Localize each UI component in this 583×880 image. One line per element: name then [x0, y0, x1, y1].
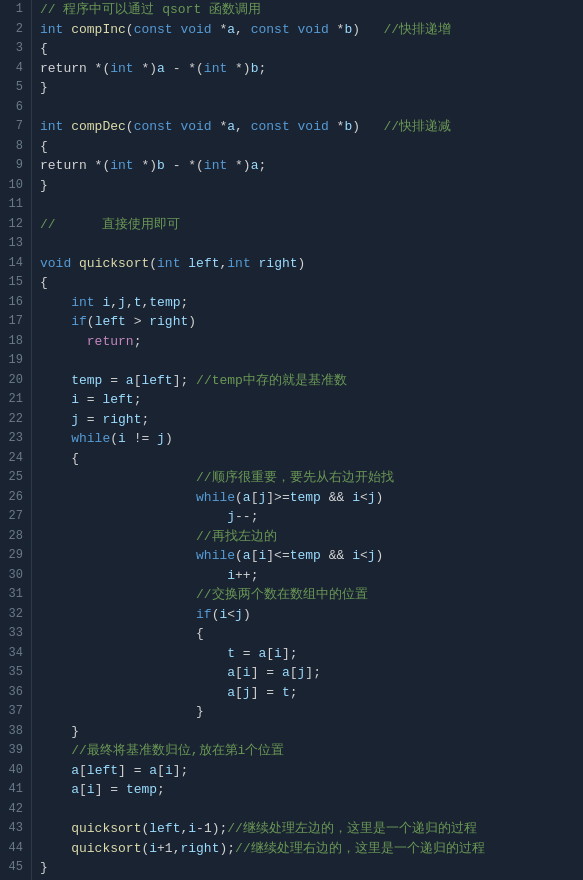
token-var: t [282, 685, 290, 700]
code-line [40, 98, 575, 118]
code-line: { [40, 39, 575, 59]
token-param: b [157, 158, 165, 173]
token-var: a [227, 685, 235, 700]
token-op [71, 256, 79, 271]
token-fn: quicksort [71, 821, 141, 836]
token-kw: const [134, 119, 173, 134]
code-line: while(i != j) [40, 429, 575, 449]
token-var: j [157, 431, 165, 446]
token-kw: const [251, 119, 290, 134]
token-op: ); [219, 841, 235, 856]
line-number: 45 [4, 858, 23, 878]
token-op: < [360, 490, 368, 505]
code-line: int compInc(const void *a, const void *b… [40, 20, 575, 40]
token-var: a [71, 763, 79, 778]
token-op: --; [235, 509, 258, 524]
token-op: ]; [282, 646, 298, 661]
line-number: 34 [4, 644, 23, 664]
token-op: } [40, 704, 204, 719]
token-op: return *( [40, 61, 110, 76]
code-line: a[i] = a[j]; [40, 663, 575, 683]
token-kw: int [40, 119, 63, 134]
token-fn: compInc [71, 22, 126, 37]
token-var: a [149, 763, 157, 778]
line-number: 23 [4, 429, 23, 449]
token-var: right [102, 412, 141, 427]
token-op: ]>= [266, 490, 289, 505]
token-op [40, 412, 71, 427]
line-number: 1 [4, 0, 23, 20]
token-op: , [235, 119, 251, 134]
token-kw: int [110, 158, 133, 173]
token-comment: //继续处理左边的，这里是一个递归的过程 [227, 821, 477, 836]
token-var: i [274, 646, 282, 661]
token-op: ++; [235, 568, 258, 583]
token-var: i [188, 821, 196, 836]
code-line: { [40, 137, 575, 157]
token-comment: //最终将基准数归位,放在第i个位置 [71, 743, 284, 758]
token-op: -1); [196, 821, 227, 836]
token-var: i [87, 782, 95, 797]
token-op: [ [79, 763, 87, 778]
line-number: 31 [4, 585, 23, 605]
token-op: [ [157, 763, 165, 778]
token-op: ; [141, 412, 149, 427]
token-op: * [329, 119, 345, 134]
token-kw: void [298, 119, 329, 134]
line-number: 21 [4, 390, 23, 410]
token-op: ) [376, 490, 384, 505]
code-line: if(i<j) [40, 605, 575, 625]
token-op [40, 685, 227, 700]
line-number: 30 [4, 566, 23, 586]
token-fn: quicksort [71, 841, 141, 856]
line-number: 20 [4, 371, 23, 391]
token-comment: //快排递减 [383, 119, 451, 134]
token-op: { [40, 41, 48, 56]
line-number: 14 [4, 254, 23, 274]
token-comment: // 直接使用即可 [40, 217, 180, 232]
token-op: ) [352, 119, 383, 134]
token-var: left [87, 763, 118, 778]
token-var: right [149, 314, 188, 329]
token-op: ) [298, 256, 306, 271]
line-number: 8 [4, 137, 23, 157]
token-comment: //快排递增 [383, 22, 451, 37]
token-var: i [149, 841, 157, 856]
token-kw: int [157, 256, 180, 271]
line-number: 25 [4, 468, 23, 488]
token-op: ; [157, 782, 165, 797]
token-op: ] = [251, 685, 282, 700]
code-line: // 直接使用即可 [40, 215, 575, 235]
token-op: *) [134, 61, 157, 76]
code-line [40, 195, 575, 215]
line-number: 24 [4, 449, 23, 469]
token-op: = [79, 392, 102, 407]
token-kw: void [40, 256, 71, 271]
token-op: [ [235, 665, 243, 680]
token-op: ( [110, 431, 118, 446]
token-var: j [227, 509, 235, 524]
token-op: && [321, 490, 352, 505]
token-op [40, 470, 196, 485]
code-line: void quicksort(int left,int right) [40, 254, 575, 274]
token-var: left [95, 314, 126, 329]
token-op: *) [227, 61, 250, 76]
token-op: ( [149, 256, 157, 271]
token-op: ) [352, 22, 383, 37]
line-number: 11 [4, 195, 23, 215]
token-op [40, 490, 196, 505]
line-number: 7 [4, 117, 23, 137]
token-op: ( [235, 490, 243, 505]
token-op: != [126, 431, 157, 446]
line-number: 9 [4, 156, 23, 176]
token-kw: const [251, 22, 290, 37]
token-op [40, 782, 71, 797]
token-op: * [329, 22, 345, 37]
token-var: left [141, 373, 172, 388]
token-op [40, 587, 196, 602]
token-var: i [71, 392, 79, 407]
code-line: i++; [40, 566, 575, 586]
token-op [40, 392, 71, 407]
token-comment: // 程序中可以通过 qsort 函数调用 [40, 2, 261, 17]
line-number: 16 [4, 293, 23, 313]
